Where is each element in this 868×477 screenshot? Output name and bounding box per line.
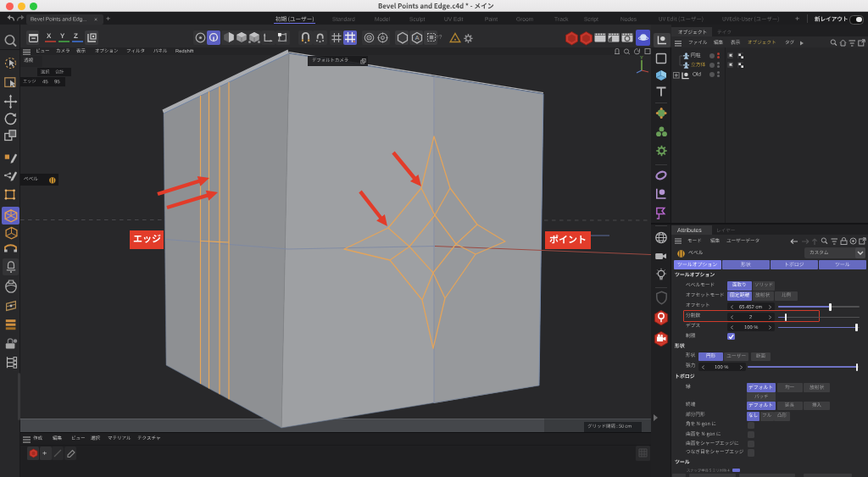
svg-text:Y: Y [640,55,643,60]
svg-text:A: A [415,35,419,41]
